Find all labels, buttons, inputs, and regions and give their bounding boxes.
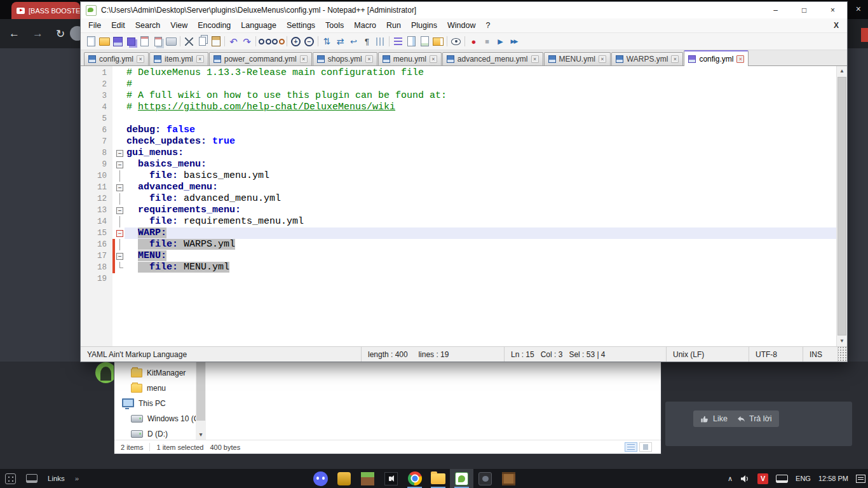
document-map-button[interactable] (405, 36, 417, 48)
tab-close-icon[interactable]: × (430, 55, 437, 63)
code-text[interactable]: requirements_menu: (125, 205, 836, 216)
taskbar-app-audio-app[interactable] (379, 469, 403, 488)
sync-scroll-v-button[interactable] (321, 36, 333, 48)
tab-advanced_menu-yml[interactable]: advanced_menu.yml× (442, 52, 543, 65)
function-list-button[interactable] (392, 36, 404, 48)
menu-edit[interactable]: Edit (106, 18, 130, 32)
menu-view[interactable]: View (165, 18, 193, 32)
menu-file[interactable]: File (83, 18, 106, 32)
code-text[interactable]: file: advanced_menu.yml (125, 193, 836, 205)
explorer-content-pane[interactable] (206, 361, 661, 440)
taskbar-app-chrome[interactable] (403, 469, 426, 488)
fold-toggle-icon[interactable]: − (116, 207, 123, 214)
paste-button[interactable] (210, 36, 222, 48)
taskbar-app-gold-app[interactable] (332, 469, 356, 488)
print-button[interactable] (165, 36, 177, 48)
macro-record-button[interactable] (468, 36, 480, 48)
tab-close-icon[interactable]: × (365, 55, 373, 63)
indent-guide-button[interactable] (374, 36, 386, 48)
encoding-status[interactable]: UTF-8 (749, 347, 803, 362)
code-text[interactable]: advanced_menu: (125, 182, 836, 193)
open-button[interactable] (98, 36, 111, 48)
details-view-button[interactable] (625, 442, 637, 452)
show-all-chars-button[interactable] (361, 36, 373, 48)
menu-run[interactable]: Run (381, 18, 406, 32)
fold-toggle-icon[interactable]: − (116, 230, 123, 237)
code-text[interactable]: # DeluxeMenus 1.13.3-Release main config… (125, 67, 836, 79)
taskbar-toolbar-icon-1[interactable] (5, 473, 16, 484)
scroll-down-button[interactable]: ▾ (196, 429, 206, 440)
code-text[interactable]: # https://github.com/help-chat/DeluxeMen… (125, 102, 836, 113)
minimize-button[interactable]: – (761, 2, 790, 18)
action-center-icon[interactable] (856, 475, 865, 483)
replace-button[interactable] (272, 36, 284, 48)
tree-item-windows-10-c[interactable]: Windows 10 (C (114, 411, 196, 426)
unikey-icon[interactable]: V (757, 473, 768, 484)
back-button[interactable]: ← (9, 27, 20, 40)
find-button[interactable] (259, 36, 271, 48)
menu-search[interactable]: Search (130, 18, 166, 32)
fold-toggle-icon[interactable]: − (116, 184, 123, 191)
copy-button[interactable] (196, 36, 208, 48)
zoom-in-button[interactable] (290, 36, 302, 48)
macro-stop-button[interactable] (481, 36, 493, 48)
tab-config-yml[interactable]: config.yml× (684, 50, 749, 66)
code-text[interactable] (125, 273, 836, 285)
tab-close-icon[interactable]: × (137, 55, 144, 63)
taskbar-app-discord[interactable] (309, 469, 332, 488)
insert-mode-status[interactable]: INS (803, 347, 837, 362)
reply-button[interactable]: Trả lời (730, 410, 779, 427)
menu-plugins[interactable]: Plugins (406, 18, 442, 32)
code-text[interactable]: # A full wiki on how to use this plugin … (125, 90, 836, 102)
volume-icon[interactable] (740, 475, 750, 483)
maximize-button[interactable]: □ (790, 2, 818, 18)
titlebar[interactable]: C:\Users\Admin\Desktop\Server\plugins\De… (81, 2, 847, 18)
tab-item-yml[interactable]: item.yml× (149, 52, 208, 65)
document-list-button[interactable] (419, 36, 431, 48)
reload-button[interactable]: ↻ (56, 27, 65, 41)
menu-window[interactable]: Window (442, 18, 480, 32)
tab-menu-yml[interactable]: menu.yml× (378, 52, 442, 65)
save-button[interactable] (112, 36, 124, 48)
fold-toggle-icon[interactable]: − (116, 253, 123, 260)
mdi-close-button[interactable]: X (825, 21, 847, 30)
folder-as-workspace-button[interactable] (432, 36, 444, 48)
touch-keyboard-icon[interactable] (776, 475, 788, 483)
taskbar-app-minecraft-grass[interactable] (356, 469, 379, 488)
tree-item-kitmanager[interactable]: KitManager (114, 365, 196, 381)
save-all-button[interactable] (125, 36, 137, 48)
tab-close-icon[interactable]: × (196, 55, 204, 63)
tab-close-icon[interactable]: × (599, 55, 606, 63)
redo-button[interactable] (241, 36, 253, 48)
menu-encoding[interactable]: Encoding (193, 18, 236, 32)
menu-macro[interactable]: Macro (349, 18, 381, 32)
taskbar-app-file-explorer[interactable] (426, 469, 450, 488)
menu-settings[interactable]: Settings (281, 18, 320, 32)
code-text[interactable]: file: requirements_menu.yml (125, 216, 836, 227)
close-all-button[interactable] (152, 36, 164, 48)
tab-close-icon[interactable]: × (671, 55, 679, 63)
new-file-button[interactable] (85, 36, 97, 48)
taskbar-app-cs16[interactable] (473, 469, 497, 488)
tab-WARPS-yml[interactable]: WARPS.yml× (611, 52, 684, 65)
taskbar-app-minecraft-barrel[interactable] (497, 469, 520, 488)
undo-button[interactable] (227, 36, 240, 48)
code-text[interactable]: file: MENU.yml (125, 262, 836, 273)
monitoring-button[interactable] (450, 36, 462, 48)
taskbar-app-notepadpp[interactable] (450, 469, 473, 488)
tab-close-icon[interactable]: × (736, 55, 744, 63)
like-button[interactable]: Like (693, 410, 735, 427)
menu-tools[interactable]: Tools (320, 18, 349, 32)
editor-lines[interactable]: 1# DeluxeMenus 1.13.3-Release main confi… (81, 66, 836, 346)
sync-scroll-h-button[interactable] (334, 36, 346, 48)
eol-format-status[interactable]: Unix (LF) (666, 347, 749, 362)
tab-MENU-yml[interactable]: MENU.yml× (544, 52, 611, 65)
close-button[interactable]: × (818, 2, 847, 18)
tree-item-menu[interactable]: menu (114, 381, 196, 396)
fold-toggle-icon[interactable]: − (116, 150, 123, 157)
thumbnails-view-button[interactable] (639, 442, 652, 452)
cut-button[interactable] (183, 36, 195, 48)
tree-item-this-pc[interactable]: This PC (114, 396, 196, 411)
taskbar-toolbar-icon-2[interactable] (26, 474, 37, 483)
scrollbar-thumb[interactable] (837, 77, 846, 336)
